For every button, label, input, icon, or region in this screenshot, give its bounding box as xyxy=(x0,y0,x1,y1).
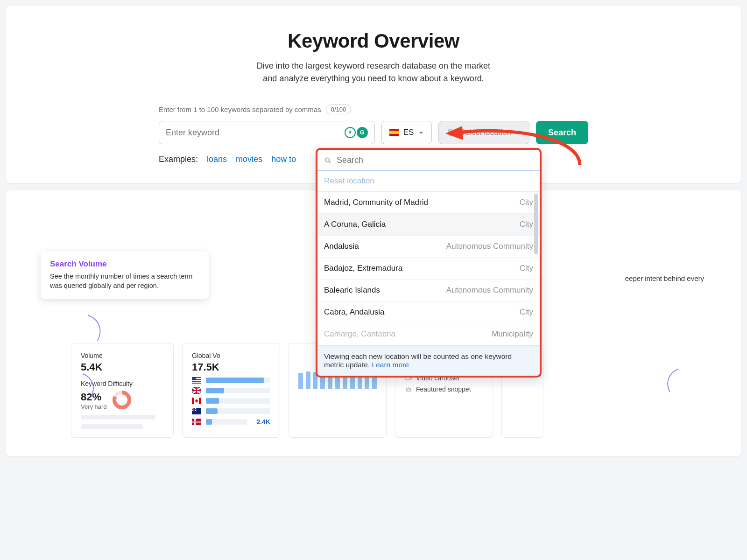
hero-card: Keyword Overview Dive into the largest k… xyxy=(6,6,741,183)
dropdown-footer: Viewing each new location will be counte… xyxy=(317,345,540,376)
grammarly-g-icon: G xyxy=(357,127,368,138)
example-link[interactable]: loans xyxy=(207,154,227,164)
svg-rect-19 xyxy=(192,422,201,422)
svg-rect-8 xyxy=(192,377,196,380)
svg-rect-12 xyxy=(199,398,201,404)
volume-tooltip: Search Volume See the monthly number of … xyxy=(41,251,209,299)
difficulty-donut-icon xyxy=(112,390,132,410)
country-row: 2.4K xyxy=(192,418,270,426)
learn-more-link[interactable]: Learn more xyxy=(372,361,409,369)
keyword-counter: 0/100 xyxy=(326,105,352,114)
location-option[interactable]: AndalusiaAutonomous Community xyxy=(317,236,540,258)
flag-gb-icon xyxy=(192,387,201,394)
chevron-down-icon xyxy=(418,130,424,135)
search-button[interactable]: Search xyxy=(536,121,588,144)
country-row xyxy=(192,408,270,414)
svg-point-1 xyxy=(325,158,329,161)
example-link[interactable]: movies xyxy=(236,154,262,164)
grammarly-icons: G xyxy=(345,127,368,138)
svg-rect-11 xyxy=(192,398,194,404)
scrollbar[interactable] xyxy=(534,194,538,254)
pin-icon xyxy=(446,128,455,137)
flag-ca-icon xyxy=(192,398,201,404)
country-row xyxy=(192,387,270,394)
grammarly-icon xyxy=(345,127,356,138)
chevron-down-icon xyxy=(516,130,521,135)
global-volume-metric: Global Vo 17.5K xyxy=(182,343,280,438)
flag-es-icon xyxy=(389,129,399,136)
flag-no-icon xyxy=(192,419,201,425)
flag-us-icon xyxy=(192,377,201,384)
keyword-hint: Enter from 1 to 100 keywords separated b… xyxy=(159,105,588,114)
country-row xyxy=(192,398,270,404)
crown-icon xyxy=(405,385,412,393)
location-dropdown: Reset location Madrid, Community of Madr… xyxy=(316,148,542,378)
location-option[interactable]: Cabra, AndalusiaCity xyxy=(317,301,540,323)
location-list: Madrid, Community of MadridCity A Coruna… xyxy=(317,192,540,345)
country-select[interactable]: ES xyxy=(381,121,432,144)
location-option[interactable]: Balearic IslandsAutonomous Community xyxy=(317,280,540,301)
reset-location[interactable]: Reset location xyxy=(317,171,540,192)
location-option[interactable]: Camargo, CantabriaMunicipality xyxy=(317,323,540,345)
page-subtitle: Dive into the largest keyword research d… xyxy=(24,60,723,85)
location-search-input[interactable] xyxy=(337,155,533,165)
svg-point-0 xyxy=(450,131,452,133)
location-option[interactable]: Badajoz, ExtremaduraCity xyxy=(317,258,540,280)
search-icon xyxy=(324,156,332,165)
page-title: Keyword Overview xyxy=(24,30,723,52)
svg-rect-7 xyxy=(192,382,201,383)
country-row xyxy=(192,377,270,384)
location-option[interactable]: A Coruna, GaliciaCity xyxy=(317,214,540,236)
example-link[interactable]: how to xyxy=(271,154,296,164)
keyword-input-wrap[interactable]: G xyxy=(159,121,375,144)
location-select[interactable]: Select location xyxy=(438,121,529,144)
flag-au-icon xyxy=(192,408,201,414)
location-option[interactable]: Madrid, Community of MadridCity xyxy=(317,192,540,214)
intent-tooltip-fragment: eeper intent behind every xyxy=(625,274,704,282)
keyword-input[interactable] xyxy=(166,128,341,138)
